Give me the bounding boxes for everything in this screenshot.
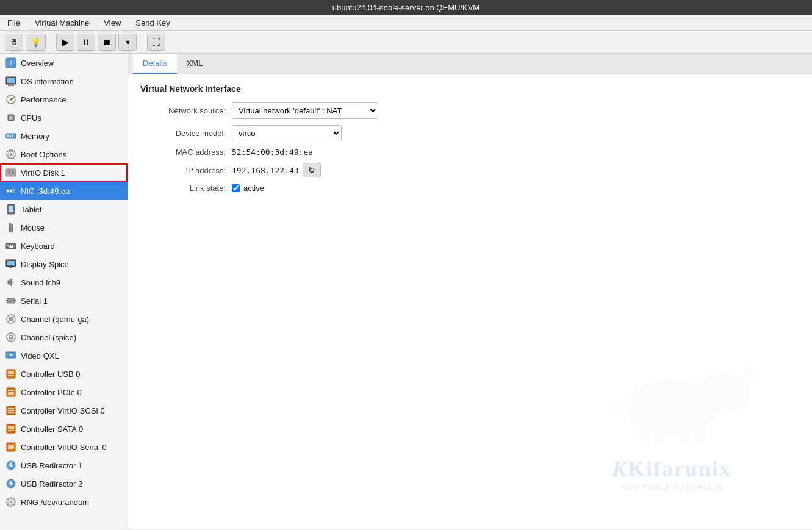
link-state-label: Link state:: [140, 184, 232, 193]
dropdown-btn[interactable]: ▾: [118, 34, 137, 51]
details-tab[interactable]: Details: [133, 54, 177, 74]
sidebar-item-controller-virtio-scsi-0[interactable]: Controller VirtIO SCSI 0: [0, 401, 128, 420]
svg-rect-33: [9, 246, 13, 248]
nic-icon: [5, 185, 17, 197]
sidebar-item-controller-pcie-0[interactable]: Controller PCIe 0: [0, 383, 128, 401]
stop-btn[interactable]: ⏹: [98, 34, 116, 51]
sidebar-label-controller-virtio-scsi-0: Controller VirtIO SCSI 0: [21, 406, 105, 415]
svg-rect-22: [10, 190, 12, 192]
sidebar-label-keyboard: Keyboard: [21, 242, 55, 251]
fullscreen-btn[interactable]: ⛶: [147, 34, 165, 51]
refresh-ip-btn[interactable]: ↻: [303, 163, 321, 177]
monitor-btn[interactable]: 🖥: [5, 34, 23, 51]
sidebar-label-nic-3d49ea: NIC :3d:49:ea: [21, 187, 70, 196]
sidebar-label-controller-virtio-serial-0: Controller VirtIO Serial 0: [21, 443, 107, 452]
svg-rect-77: [653, 428, 663, 443]
sidebar-item-nic-3d49ea[interactable]: NIC :3d:49:ea: [0, 182, 128, 200]
menu-send-key[interactable]: Send Key: [133, 17, 172, 29]
sidebar-label-mouse: Mouse: [21, 223, 45, 232]
sidebar-item-mouse[interactable]: Mouse: [0, 218, 128, 237]
sidebar-label-channel-qemu-ga: Channel (qemu-ga): [21, 315, 89, 324]
svg-rect-11: [7, 135, 9, 137]
sidebar-item-boot-options[interactable]: Boot Options: [0, 145, 128, 163]
svg-rect-39: [15, 300, 16, 301]
svg-point-27: [10, 212, 12, 213]
sidebar-item-usb-redirector-1[interactable]: USB Redirector 1: [0, 456, 128, 474]
watermark-rhino-svg: [580, 332, 763, 454]
device-model-row: Device model: virtio: [140, 125, 800, 141]
svg-point-80: [708, 368, 722, 387]
svg-rect-12: [10, 135, 11, 137]
usb-btn[interactable]: 💡: [26, 34, 46, 51]
menu-view[interactable]: View: [101, 17, 123, 29]
sidebar-item-sound-ich9[interactable]: Sound ich9: [0, 273, 128, 292]
sidebar-item-controller-usb-0[interactable]: Controller USB 0: [0, 365, 128, 383]
sidebar-item-channel-spice[interactable]: Channel (spice): [0, 328, 128, 346]
sidebar-item-rng-dev-urandom[interactable]: RNG /dev/urandom: [0, 493, 128, 511]
svg-text:i: i: [10, 60, 12, 66]
toolbar: 🖥 💡 ▶ ⏸ ⏹ ▾ ⛶: [0, 31, 812, 54]
svg-rect-29: [6, 243, 16, 249]
menu-virtual-machine[interactable]: Virtual Machine: [32, 17, 92, 29]
sidebar-label-video-qxl: Video QXL: [21, 351, 59, 360]
sidebar-label-memory: Memory: [21, 132, 49, 141]
sidebar-item-overview[interactable]: i Overview: [0, 54, 128, 72]
svg-rect-30: [7, 245, 9, 246]
sidebar-label-os-information: OS information: [21, 77, 74, 86]
pause-btn[interactable]: ⏸: [77, 34, 95, 51]
sidebar-item-cpus[interactable]: CPUs: [0, 109, 128, 127]
menubar: File Virtual Machine View Send Key: [0, 15, 812, 31]
cpus-icon: [5, 112, 17, 124]
channel-qemu-icon: [5, 313, 17, 325]
sidebar-item-performance[interactable]: Performance: [0, 90, 128, 109]
svg-point-42: [10, 318, 12, 320]
sidebar-label-overview: Overview: [21, 59, 54, 68]
sidebar-item-channel-qemu-ga[interactable]: Channel (qemu-ga): [0, 310, 128, 328]
sidebar-item-video-qxl[interactable]: Video QXL: [0, 346, 128, 365]
controller-virtio-scsi-icon: [5, 404, 17, 417]
network-source-row: Network source: Virtual network 'default…: [140, 102, 800, 119]
controller-sata-0-icon: [5, 423, 17, 435]
sidebar-item-os-information[interactable]: OS information: [0, 72, 128, 90]
svg-point-74: [695, 373, 750, 414]
svg-point-73: [626, 380, 717, 435]
link-state-control: active: [232, 184, 264, 193]
sidebar-item-controller-virtio-serial-0[interactable]: Controller VirtIO Serial 0: [0, 438, 128, 456]
rng-icon: [5, 496, 17, 508]
svg-rect-26: [9, 206, 13, 212]
device-model-label: Device model:: [140, 129, 232, 138]
sidebar-item-tablet[interactable]: Tablet: [0, 200, 128, 218]
tabs-bar: Details XML: [128, 54, 812, 74]
sidebar-item-usb-redirector-2[interactable]: USB Redirector 2: [0, 474, 128, 493]
link-state-checkbox[interactable]: [232, 184, 240, 192]
controller-pcie-0-icon: [5, 386, 17, 398]
svg-rect-76: [640, 426, 649, 444]
network-source-select[interactable]: Virtual network 'default' : NAT: [232, 102, 378, 119]
svg-rect-38: [6, 300, 7, 301]
sidebar-item-display-spice[interactable]: Display Spice: [0, 255, 128, 273]
watermark: KKifarunix *NIX TIPS & TUTORIALS: [580, 332, 763, 492]
ip-address-label: IP address:: [140, 166, 232, 175]
sidebar-label-controller-sata-0: Controller SATA 0: [21, 424, 83, 434]
sidebar-item-keyboard[interactable]: Keyboard: [0, 237, 128, 255]
device-model-select[interactable]: virtio: [232, 125, 342, 141]
video-qxl-icon: [5, 349, 17, 362]
performance-icon: [5, 93, 17, 106]
usb-redirector-1-icon: [5, 459, 17, 471]
sidebar-item-memory[interactable]: Memory: [0, 127, 128, 145]
mac-address-value: 52:54:00:3d:49:ea: [232, 148, 313, 157]
sidebar-item-controller-sata-0[interactable]: Controller SATA 0: [0, 420, 128, 438]
sidebar-item-serial-1[interactable]: Serial 1: [0, 292, 128, 310]
sidebar-label-controller-pcie-0: Controller PCIe 0: [21, 388, 82, 397]
ip-address-value: 192.168.122.43: [232, 166, 299, 175]
sidebar-label-usb-redirector-1: USB Redirector 1: [21, 461, 82, 470]
menu-file[interactable]: File: [5, 17, 23, 29]
play-btn[interactable]: ▶: [56, 34, 74, 51]
svg-marker-75: [742, 362, 754, 380]
xml-tab[interactable]: XML: [177, 54, 213, 74]
svg-rect-24: [13, 192, 14, 193]
sidebar-item-virtio-disk-1[interactable]: VirtIO Disk 1: [0, 163, 128, 182]
sidebar-label-rng-dev-urandom: RNG /dev/urandom: [21, 498, 89, 507]
svg-point-82: [731, 389, 733, 390]
keyboard-icon: [5, 240, 17, 252]
